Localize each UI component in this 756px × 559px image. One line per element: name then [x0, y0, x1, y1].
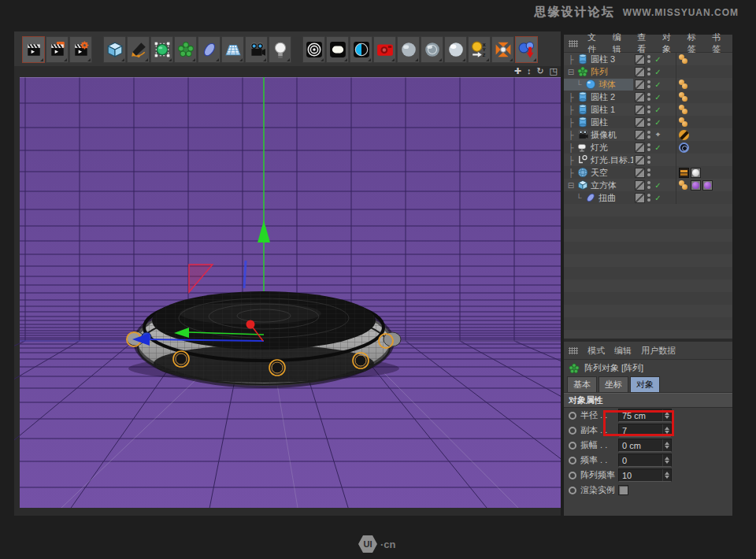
phong-tag-icon[interactable]: [679, 105, 689, 115]
pan-view-control[interactable]: ✚: [514, 66, 521, 77]
phong-tag-icon[interactable]: [679, 54, 689, 65]
spline-pen-button[interactable]: [127, 36, 150, 63]
om-menu-2[interactable]: 查看: [637, 31, 653, 55]
material-sphere-2-button[interactable]: [421, 36, 443, 63]
layer-swatch[interactable]: [635, 67, 645, 77]
expand-toggle-icon[interactable]: ⊟: [567, 181, 575, 190]
enabled-check-icon[interactable]: ✓: [653, 80, 663, 89]
editor-render-dots[interactable]: [647, 194, 650, 202]
enabled-check-icon[interactable]: ✓: [653, 181, 663, 190]
noentry-tag-icon[interactable]: [679, 130, 689, 140]
material-sphere-3-button[interactable]: [444, 36, 467, 63]
om-menu-0[interactable]: 文件: [587, 31, 603, 55]
object-name-area[interactable]: ├灯光.目标.1: [564, 154, 633, 166]
object-row[interactable]: ├圆柱 2✓: [564, 91, 732, 103]
keyframe-circle-icon[interactable]: [569, 457, 576, 465]
object-manager-empty-area[interactable]: [564, 204, 732, 339]
keyframe-circle-icon[interactable]: [569, 412, 576, 420]
enabled-check-icon[interactable]: ✓: [653, 194, 663, 202]
editor-render-dots[interactable]: [647, 93, 650, 101]
add-cube-button[interactable]: [103, 36, 126, 63]
object-name-area[interactable]: ├圆柱 3: [564, 54, 633, 65]
object-name-area[interactable]: ⊟立方体: [564, 180, 633, 191]
3d-viewport[interactable]: ✚↕↻◳: [14, 66, 561, 516]
array-frequency-stepper[interactable]: [662, 469, 671, 481]
layer-swatch[interactable]: [635, 180, 645, 191]
array-modeling-button[interactable]: [174, 36, 197, 63]
editor-render-dots[interactable]: [647, 181, 650, 189]
object-name-area[interactable]: ├圆柱 2: [564, 91, 633, 103]
object-row[interactable]: ├灯光✓: [564, 141, 732, 154]
material-sphere-1-button[interactable]: [397, 36, 420, 63]
texp-tag-icon[interactable]: [691, 180, 701, 191]
keyframe-circle-icon[interactable]: [569, 427, 576, 435]
frequency-stepper[interactable]: [662, 454, 671, 466]
environment-floor-button[interactable]: [221, 36, 244, 63]
sky-tag-icon[interactable]: [679, 168, 689, 178]
editor-render-dots[interactable]: [647, 143, 650, 151]
rotate-view-control[interactable]: ↻: [536, 66, 543, 77]
layer-swatch[interactable]: [635, 168, 645, 178]
attribute-tab-基本[interactable]: 基本: [567, 376, 597, 392]
om-menu-3[interactable]: 对象: [662, 31, 678, 55]
layer-swatch[interactable]: [635, 193, 645, 203]
menu-grip-icon[interactable]: [569, 40, 578, 47]
editor-render-dots[interactable]: [647, 80, 650, 88]
render-settings-button[interactable]: [69, 36, 92, 63]
om-menu-5[interactable]: 书签: [712, 31, 728, 55]
amplitude-stepper[interactable]: [662, 439, 671, 451]
render-instances-checkbox[interactable]: [618, 485, 628, 495]
object-row[interactable]: └球体✓: [564, 78, 732, 91]
layer-swatch[interactable]: [635, 143, 645, 153]
area-light-button[interactable]: [326, 36, 349, 63]
om-menu-1[interactable]: 编辑: [613, 31, 628, 55]
am-menu-1[interactable]: 编辑: [614, 345, 632, 357]
layer-swatch[interactable]: [635, 117, 645, 128]
editor-render-dots[interactable]: [647, 68, 650, 76]
object-row[interactable]: ├圆柱 3✓: [564, 53, 732, 65]
coordinates-xyz-button[interactable]: XYZ: [468, 36, 491, 63]
layer-swatch[interactable]: [635, 130, 645, 140]
scene-camera-button[interactable]: [245, 36, 268, 63]
target-tag-icon[interactable]: [679, 143, 689, 153]
phong-tag-icon[interactable]: [679, 117, 689, 128]
object-name-area[interactable]: ├灯光: [564, 142, 633, 154]
texw-tag-icon[interactable]: [691, 168, 701, 178]
keyframe-circle-icon[interactable]: [569, 472, 576, 479]
enabled-check-icon[interactable]: ✓: [653, 55, 663, 64]
axis-snap-button[interactable]: [491, 36, 514, 63]
editor-render-dots[interactable]: [647, 106, 650, 113]
generators-button[interactable]: [150, 36, 173, 63]
menu-grip-icon[interactable]: [569, 347, 578, 354]
object-row[interactable]: ⊟立方体✓: [564, 179, 732, 191]
object-name-area[interactable]: ⊟阵列: [564, 66, 633, 78]
editor-render-dots[interactable]: [647, 118, 650, 126]
object-row[interactable]: ├摄像机⌖: [564, 128, 732, 141]
deformer-button[interactable]: [198, 36, 220, 63]
expand-toggle-icon[interactable]: ⊟: [567, 68, 575, 76]
object-row[interactable]: ├圆柱✓: [564, 116, 732, 128]
layer-swatch[interactable]: [635, 80, 645, 90]
enabled-check-icon[interactable]: ✓: [653, 118, 663, 127]
object-name-area[interactable]: ├圆柱: [564, 117, 633, 128]
array-frequency-field[interactable]: 10: [618, 468, 672, 482]
keyframe-circle-icon[interactable]: [569, 487, 576, 494]
phong-tag-icon[interactable]: [679, 180, 689, 191]
object-row[interactable]: ⊟阵列✓: [564, 65, 732, 78]
camera-active-icon[interactable]: ⌖: [653, 130, 663, 139]
render-to-picture-viewer-button[interactable]: [46, 36, 69, 63]
light-button[interactable]: [269, 36, 291, 63]
editor-render-dots[interactable]: [647, 55, 650, 63]
enabled-check-icon[interactable]: ✓: [653, 106, 663, 114]
object-name-area[interactable]: └扭曲: [564, 192, 633, 204]
am-menu-0[interactable]: 模式: [587, 345, 605, 357]
amplitude-field[interactable]: 0 cm: [618, 439, 672, 452]
layer-swatch[interactable]: [635, 155, 645, 165]
object-row[interactable]: ├圆柱 1✓: [564, 103, 732, 116]
object-name-area[interactable]: ├摄像机: [564, 129, 633, 141]
enabled-check-icon[interactable]: ✓: [653, 68, 663, 76]
om-menu-4[interactable]: 标签: [687, 31, 703, 55]
phong-tag-icon[interactable]: [679, 92, 689, 102]
keyframe-circle-icon[interactable]: [569, 442, 576, 450]
zoom-view-control[interactable]: ↕: [527, 66, 532, 77]
